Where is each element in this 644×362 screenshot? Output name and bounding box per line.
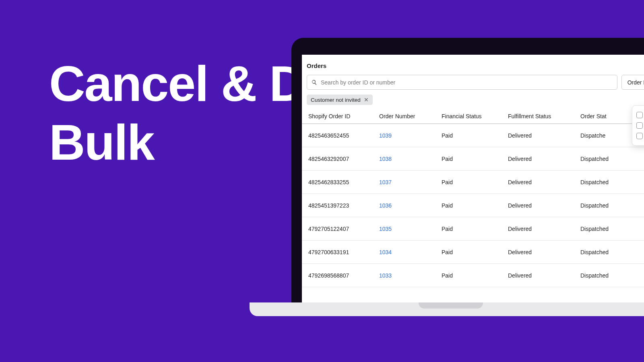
cell-fin: Paid (442, 202, 508, 209)
table-row[interactable]: 4792700633191 1034 Paid Delivered Dispat… (302, 241, 644, 264)
table-row[interactable]: 4825463292007 1038 Paid Delivered Dispat… (302, 147, 644, 171)
cell-fin: Paid (442, 272, 508, 279)
cell-id: 4825463292007 (307, 156, 379, 162)
dropdown-item[interactable]: Online (632, 110, 644, 120)
filter-chip-row: Customer not invited ✕ (302, 95, 644, 109)
filter-chip-label: Customer not invited (311, 97, 361, 103)
app-screen: Orders Order Filt Customer not invited ✕ (302, 55, 644, 303)
cell-ful: Delivered (508, 226, 580, 232)
cell-ful: Delivered (508, 179, 580, 185)
order-filter-button[interactable]: Order Filt (621, 75, 644, 90)
toolbar: Order Filt (302, 75, 644, 95)
cell-fin: Paid (442, 179, 508, 185)
cell-stat: Dispatched (580, 249, 637, 255)
dropdown-item[interactable]: Point o (632, 120, 644, 131)
cell-num[interactable]: 1034 (379, 249, 442, 255)
table-row[interactable]: 4825451397223 1036 Paid Delivered Dispat… (302, 194, 644, 217)
search-box[interactable] (307, 75, 617, 90)
laptop-notch (419, 302, 483, 309)
col-header-fin: Financial Status (442, 113, 508, 119)
cell-stat: Dispatched (580, 272, 637, 279)
close-icon[interactable]: ✕ (364, 97, 369, 103)
table-row[interactable]: 4825462833255 1037 Paid Delivered Dispat… (302, 171, 644, 194)
cell-id: 4792700633191 (307, 249, 379, 255)
cell-fin: Paid (442, 226, 508, 232)
cell-id: 4825462833255 (307, 179, 379, 185)
cell-num[interactable]: 1033 (379, 272, 442, 279)
cell-num[interactable]: 1038 (379, 156, 442, 162)
cell-fin: Paid (442, 156, 508, 162)
cell-id: 4825451397223 (307, 202, 379, 209)
dropdown-item[interactable]: Buy Bu (632, 131, 644, 141)
filter-chip[interactable]: Customer not invited ✕ (307, 95, 373, 105)
cell-id: 4825463652455 (307, 132, 379, 139)
col-header-id: Shopify Order ID (307, 113, 379, 119)
table-row[interactable]: 4792698568807 1033 Paid Delivered Dispat… (302, 264, 644, 287)
cell-ful: Delivered (508, 132, 580, 139)
page-title: Orders (302, 55, 644, 75)
checkbox-icon[interactable] (636, 112, 643, 118)
cell-ful: Delivered (508, 249, 580, 255)
cell-stat: Dispatched (580, 202, 637, 209)
cell-num[interactable]: 1035 (379, 226, 442, 232)
cell-num[interactable]: 1037 (379, 179, 442, 185)
search-input[interactable] (321, 79, 613, 86)
cell-stat: Dispatched (580, 156, 637, 162)
orders-table: Shopify Order ID Order Number Financial … (302, 109, 644, 287)
cell-id: 4792705122407 (307, 226, 379, 232)
table-row[interactable]: 4825463652455 1039 Paid Delivered Dispat… (302, 124, 644, 147)
cell-ful: Delivered (508, 202, 580, 209)
cell-id: 4792698568807 (307, 272, 379, 279)
laptop-base (250, 302, 644, 316)
cell-fin: Paid (442, 249, 508, 255)
cell-stat: Dispatched (580, 226, 637, 232)
search-icon (311, 79, 318, 86)
laptop-bezel: Orders Order Filt Customer not invited ✕ (291, 38, 644, 303)
cell-fin: Paid (442, 132, 508, 139)
cell-num[interactable]: 1036 (379, 202, 442, 209)
cell-stat: Dispatche (580, 132, 637, 139)
cell-ful: Delivered (508, 272, 580, 279)
filter-dropdown[interactable]: Online Point o Buy Bu (632, 105, 644, 146)
cell-stat: Dispatched (580, 179, 637, 185)
checkbox-icon[interactable] (636, 133, 643, 139)
col-header-ful: Fulfillment Status (508, 113, 580, 119)
col-header-num: Order Number (379, 113, 442, 119)
col-header-stat: Order Stat (580, 113, 637, 119)
table-row[interactable]: 4792705122407 1035 Paid Delivered Dispat… (302, 217, 644, 241)
checkbox-icon[interactable] (636, 122, 643, 129)
cell-ful: Delivered (508, 156, 580, 162)
table-header: Shopify Order ID Order Number Financial … (302, 109, 644, 124)
cell-num[interactable]: 1039 (379, 132, 442, 139)
